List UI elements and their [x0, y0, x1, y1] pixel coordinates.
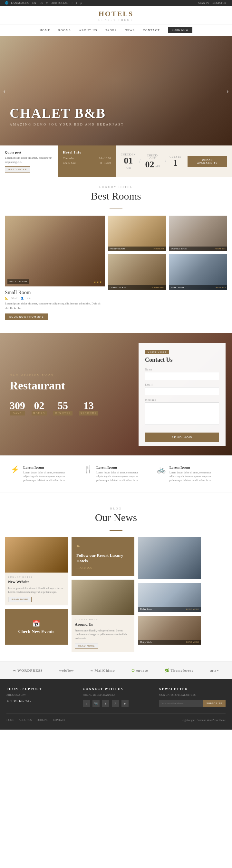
footer-facebook-icon[interactable]: f	[102, 700, 109, 707]
register-link[interactable]: REGISTER	[212, 1, 226, 4]
partner-mailchimp: ✉ MailChimp	[91, 669, 115, 672]
footer-bottom-links: HOME ABOUT US BOOKING CONTACT	[6, 719, 65, 721]
message-textarea[interactable]	[145, 402, 219, 425]
checkin-label: Check-In	[63, 157, 74, 160]
social-label[interactable]: OUR SOCIAL	[51, 1, 68, 4]
feature-3-icon: 🚲	[157, 465, 166, 474]
footer-youtube-icon[interactable]: ▶	[121, 700, 128, 707]
nav-about-us[interactable]: ABOUT US	[79, 29, 97, 32]
sign-in-link[interactable]: SIGN IN	[198, 1, 209, 4]
pinterest-icon[interactable]: p	[81, 1, 82, 4]
feature-1: ⚡ Lorem Ipsum Lorem ipsum dolor sit amet…	[11, 465, 75, 483]
feature-card-author: — JOHN DOE	[76, 566, 129, 569]
feature-2-text: Lorem Ipsum Lorem ipsum dolor sit amet, …	[96, 465, 148, 483]
apartment-label: APARTMENT	[171, 286, 184, 289]
room-thumb-apartment[interactable]: APARTMENT FROM 50 $	[169, 254, 227, 290]
feature-2-title: Lorem Ipsum	[96, 465, 148, 469]
main-nav: HOME ROOMS ABOUT US PAGES NEWS CONTACT B…	[0, 24, 232, 36]
footer-instagram-icon[interactable]: 📷	[92, 700, 99, 707]
check-events-text: Check New Events	[18, 629, 54, 635]
relax-read-more[interactable]: READ MORE	[186, 608, 199, 611]
languages-label[interactable]: LANGUAGES	[11, 1, 29, 4]
family-room-price: FROM 30 $	[153, 247, 164, 250]
message-field-group: Message	[145, 398, 219, 426]
feature-1-desc: Lorem ipsum dolor sit amet, consectetur …	[23, 471, 75, 483]
news-around-read-more[interactable]: READ MORE	[75, 643, 98, 649]
main-room-card: HOTEL ROOM ★★★ Small Room 📐 50 m² 👤 2-4 …	[5, 216, 105, 323]
checkin-row: Check-In 14 - 16:00	[63, 157, 111, 160]
quote-icon: ❝	[76, 544, 129, 551]
email-field-group: Email	[145, 383, 219, 395]
footer-link-home[interactable]: HOME	[6, 719, 14, 721]
twitter-icon[interactable]: t	[76, 1, 77, 4]
check-events-card[interactable]: 📅 Check New Events	[5, 609, 68, 645]
nav-home[interactable]: HOME	[40, 29, 50, 32]
news-website-read-more[interactable]: READ MORE	[8, 597, 32, 602]
features-section: ⚡ Lorem Ipsum Lorem ipsum dolor sit amet…	[0, 456, 232, 492]
footer-link-about[interactable]: ABOUT US	[19, 719, 32, 721]
room-thumb-luxury[interactable]: LUXURY ROOM FROM 100 $	[108, 254, 166, 290]
footer-twitter-icon[interactable]: t	[83, 700, 90, 707]
book-room-button[interactable]: BOOK NOW FROM 20 $	[5, 313, 48, 320]
footer-col-phone: Phone Support 24HOURS A DAY +01 345 647 …	[6, 687, 73, 707]
news-relax-image: Relax Zone READ MORE	[138, 583, 201, 612]
facebook-icon[interactable]: f	[71, 1, 72, 4]
name-input[interactable]	[145, 372, 219, 380]
restaurant-section: NEW OPENING SOON Restaurant 309 DAYS 02 …	[0, 333, 232, 456]
news-around-tag: LUXURY HOTEL	[75, 618, 131, 621]
rooms-row-1: FAMILY ROOM FROM 30 $ DOUBLE ROOM FROM 3…	[108, 216, 227, 251]
rooms-section-label: LUXURY HOTEL	[0, 177, 232, 190]
double-room-price: FROM 30 $	[214, 247, 226, 250]
check-availability-button[interactable]: CHECK AVAILABILITY	[187, 156, 227, 167]
footer-pinterest-icon[interactable]: P	[112, 700, 119, 707]
partner-themeforest: 🌿 Themeforest	[165, 669, 193, 673]
news-website-title: New Website	[8, 580, 64, 585]
relax-label: Relax Zone READ MORE	[138, 607, 201, 612]
email-input[interactable]	[145, 387, 219, 395]
checkout-day: 02	[145, 159, 154, 169]
date-divider-2: /	[165, 158, 166, 165]
checkin-time: 14 - 16:00	[99, 157, 111, 160]
room-stars: ★★★	[93, 280, 102, 284]
seconds-number: 13	[79, 400, 98, 411]
news-big-image	[138, 537, 201, 579]
news-col-1: LUXURY HOTEL New Website Lorem ipsum dol…	[5, 537, 68, 652]
footer-newsletter-subtitle: SIGN UP FOR SPECIAL OFFERS	[159, 693, 226, 698]
newsletter-email-input[interactable]	[159, 700, 203, 707]
hero-next-arrow[interactable]: ›	[226, 87, 229, 95]
checkin-month: APR	[126, 166, 131, 169]
newsletter-subscribe-button[interactable]: SUBSCRIBE	[203, 700, 226, 707]
minutes-label: MINUTES	[53, 411, 72, 415]
relax-title: Relax Zone	[140, 608, 152, 611]
daily-read-more[interactable]: READ MORE	[186, 641, 199, 644]
check-events-icon: 📅	[32, 620, 40, 627]
luxury-room-label: LUXURY ROOM	[110, 286, 126, 289]
nav-rooms[interactable]: ROOMS	[58, 29, 71, 32]
footer-copyright: eights eight - Premium WordPress Theme	[183, 719, 226, 721]
news-col-3: Relax Zone READ MORE Daily Walk READ MOR…	[138, 537, 201, 652]
hotel-info-box: Hotel Info Check-In 14 - 16:00 Check-Out…	[58, 146, 116, 177]
room-thumb-family[interactable]: FAMILY ROOM FROM 30 $	[108, 216, 166, 251]
nav-news[interactable]: NEWS	[125, 29, 135, 32]
hero-room-image	[0, 36, 232, 146]
partner-webflow: webflow	[59, 669, 74, 672]
news-section-title: Our News	[5, 512, 227, 524]
section-separator	[110, 209, 122, 209]
checkout-date-box: CHECK-OUT 02 APR	[144, 154, 162, 169]
footer-link-contact[interactable]: CONTACT	[53, 719, 65, 721]
site-logo[interactable]: HOTELS	[0, 10, 232, 18]
countdown-hours: 02 HOURS	[32, 400, 47, 415]
nav-contact[interactable]: CONTACT	[143, 29, 160, 32]
email-label: Email	[145, 383, 219, 386]
apartment-price: FROM 50 $	[214, 286, 226, 289]
lang-en[interactable]: EN	[32, 1, 36, 4]
room-thumb-double[interactable]: DOUBLE ROOM FROM 30 $	[169, 216, 227, 251]
nav-pages[interactable]: PAGES	[105, 29, 117, 32]
send-button[interactable]: SEND NOW	[145, 433, 219, 442]
footer-link-booking[interactable]: BOOKING	[36, 719, 48, 721]
hero-prev-arrow[interactable]: ‹	[3, 87, 6, 95]
lang-es[interactable]: ES	[40, 1, 43, 4]
nav-book-now[interactable]: BOOK NOW	[168, 27, 192, 33]
news-big-image-card	[138, 537, 201, 579]
quote-read-more[interactable]: READ MORE	[5, 166, 30, 173]
